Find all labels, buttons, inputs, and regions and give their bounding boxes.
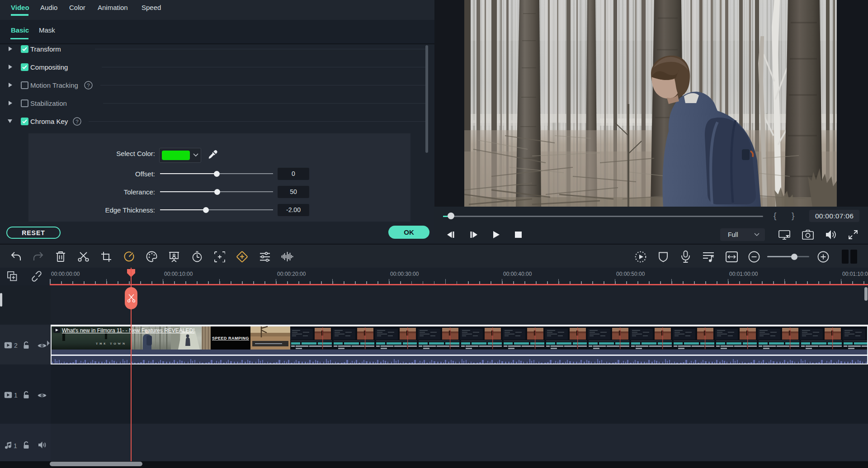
svg-text:SPEED RAMPING: SPEED RAMPING [212, 336, 249, 340]
svg-text:THE TOWN: THE TOWN [96, 342, 127, 345]
svg-text:1: 1 [14, 392, 18, 398]
svg-text:1: 1 [14, 442, 17, 449]
svg-text:2: 2 [14, 342, 18, 349]
svg-text:?: ? [75, 119, 78, 124]
svg-text:?: ? [87, 83, 90, 88]
svg-text:What's new in Filmora 11- - Ne: What's new in Filmora 11- - New Features… [62, 327, 195, 334]
